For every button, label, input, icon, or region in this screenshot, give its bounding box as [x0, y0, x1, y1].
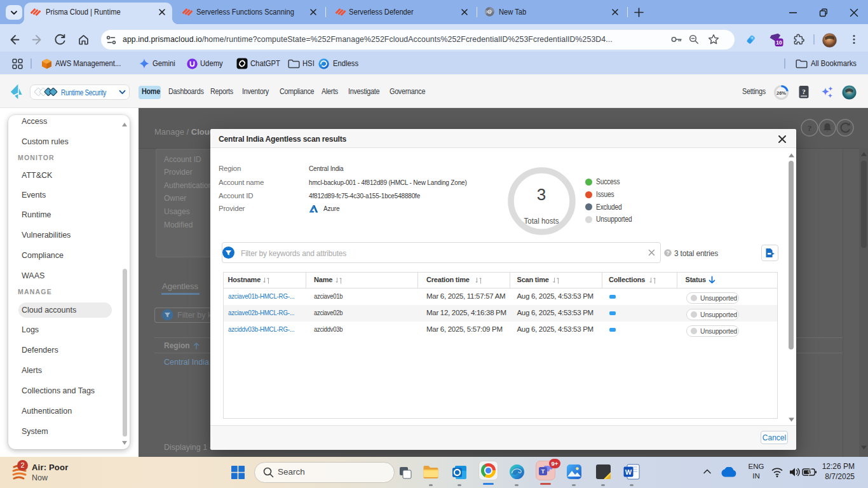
svg-text:?: ?: [666, 250, 669, 256]
svg-text:W: W: [625, 468, 632, 476]
svg-text:T: T: [541, 468, 545, 475]
svg-text:10: 10: [776, 39, 782, 46]
svg-text:26%: 26%: [776, 90, 786, 96]
svg-text:?: ?: [802, 88, 806, 95]
svg-text:?: ?: [808, 123, 812, 133]
